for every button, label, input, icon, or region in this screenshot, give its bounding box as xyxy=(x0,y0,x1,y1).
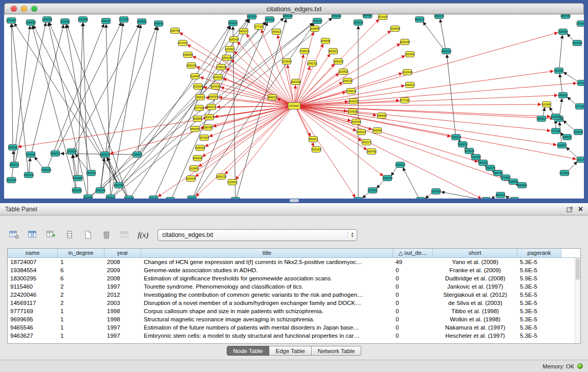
column-header-year[interactable]: year xyxy=(104,249,141,257)
graph-node[interactable]: 14569117 xyxy=(195,95,205,100)
graph-node[interactable]: 18300295 xyxy=(192,156,203,161)
graph-node[interactable]: 17696124 xyxy=(451,135,462,140)
graph-node[interactable]: 19384554 xyxy=(183,52,193,58)
table-row[interactable]: 1938455462009Genome-wide association stu… xyxy=(8,266,580,274)
graph-node[interactable]: 17696124 xyxy=(346,89,357,94)
network-table-selector[interactable]: citations_edges.txt ▴▾ xyxy=(158,229,357,241)
graph-node[interactable]: 14523176 xyxy=(361,140,372,145)
table-row[interactable]: 977716911998Corpus callosum shape and si… xyxy=(8,307,580,315)
citation-network-graph[interactable]: 1872400719384554183002959115460224200461… xyxy=(4,14,584,199)
graph-node[interactable]: 9699695 xyxy=(377,113,386,119)
graph-node[interactable]: 20643901 xyxy=(351,119,362,125)
graph-node[interactable]: 18300295 xyxy=(400,39,410,45)
tab-node-table[interactable]: Node Table xyxy=(227,346,270,356)
graph-node[interactable]: 14523176 xyxy=(100,152,111,158)
column-header-name[interactable]: name xyxy=(8,249,58,257)
column-header-in_degree[interactable]: in_degree xyxy=(58,249,104,257)
graph-node[interactable]: 11678234 xyxy=(347,109,358,115)
table-row[interactable]: 1830029562008Estimation of significance … xyxy=(8,274,580,282)
graph-node[interactable]: 22420046 xyxy=(186,176,197,182)
graph-node[interactable]: 9465546 xyxy=(321,38,330,44)
splitter-handle[interactable] xyxy=(290,199,299,202)
scrollbar-thumb[interactable] xyxy=(576,258,580,280)
graph-node[interactable]: 16251419 xyxy=(333,59,344,64)
graph-node[interactable]: 20643901 xyxy=(471,155,482,160)
graph-node[interactable]: 15492312 xyxy=(458,142,468,147)
close-window-button[interactable] xyxy=(11,6,17,12)
graph-node[interactable]: 10991234 xyxy=(441,49,452,54)
graph-node[interactable]: 11678234 xyxy=(464,148,474,154)
graph-node[interactable]: 14569117 xyxy=(105,195,116,199)
graph-node[interactable]: 15492312 xyxy=(331,14,342,19)
graph-node[interactable]: 14523176 xyxy=(485,165,496,171)
graph-node[interactable]: 9699695 xyxy=(562,135,572,140)
table-row[interactable]: 1456911722003Disruption of a novel membe… xyxy=(8,299,580,307)
graph-node[interactable]: 9777169 xyxy=(254,24,264,30)
graph-node[interactable]: 22420046 xyxy=(95,188,106,193)
graph-node[interactable]: 9115460 xyxy=(405,52,415,57)
graph-node[interactable]: 18300295 xyxy=(572,40,583,46)
graph-node[interactable]: 14569117 xyxy=(271,29,281,35)
graph-node[interactable]: 22420046 xyxy=(193,84,204,90)
graph-node[interactable]: 16897452 xyxy=(114,183,124,188)
graph-node[interactable]: 22420046 xyxy=(551,114,561,120)
window-titlebar[interactable]: citations_edges.txt xyxy=(4,3,584,14)
graph-node[interactable]: 9463627 xyxy=(10,162,19,168)
graph-node[interactable]: 9699695 xyxy=(193,116,202,122)
graph-node[interactable]: 18724007 xyxy=(576,21,584,27)
graph-node[interactable]: 10991234 xyxy=(282,14,293,19)
table-row[interactable]: 946362711997Embryonic stem cells: a mode… xyxy=(8,332,580,340)
graph-node[interactable]: 16897452 xyxy=(170,28,181,34)
edit-columns-icon[interactable] xyxy=(44,228,58,242)
graph-node[interactable]: 18300295 xyxy=(517,183,528,188)
graph-node[interactable]: 16251419 xyxy=(311,147,322,152)
row-height-icon[interactable] xyxy=(62,228,76,242)
graph-node[interactable]: 15492312 xyxy=(50,151,61,157)
graph-node[interactable]: 18724007 xyxy=(178,40,188,46)
graph-node[interactable]: 14569117 xyxy=(536,116,547,122)
graph-node[interactable]: 9115460 xyxy=(60,19,70,25)
graph-node[interactable]: 10991234 xyxy=(382,176,393,181)
graph-node[interactable]: 11678234 xyxy=(281,59,292,64)
graph-node[interactable]: 9115460 xyxy=(554,68,563,74)
graph-node[interactable]: 12034521 xyxy=(265,17,275,23)
graph-node[interactable]: 9463627 xyxy=(228,20,237,26)
graph-node[interactable]: 9115460 xyxy=(189,166,199,171)
graph-node[interactable]: 9846310 xyxy=(357,129,366,135)
float-panel-icon[interactable] xyxy=(567,206,573,212)
graph-node[interactable]: 16897452 xyxy=(560,14,571,19)
minimize-window-button[interactable] xyxy=(21,6,27,12)
graph-hub-node[interactable]: 18724007 xyxy=(288,103,300,110)
graph-node[interactable]: 16251419 xyxy=(229,37,239,42)
graph-node[interactable]: 9777169 xyxy=(575,104,584,110)
graph-node[interactable]: 9777169 xyxy=(194,105,204,111)
graph-node[interactable]: 12034521 xyxy=(559,170,570,176)
graph-node[interactable]: 22420046 xyxy=(402,70,413,75)
graph-node[interactable]: 15492312 xyxy=(349,99,359,104)
graph-node[interactable]: 22420046 xyxy=(78,17,89,23)
table-row[interactable]: 2242004622012Investigating the contribut… xyxy=(8,291,580,299)
graph-node[interactable]: 9846310 xyxy=(496,192,505,198)
graph-node[interactable]: 9463627 xyxy=(239,29,248,34)
tab-edge-table[interactable]: Edge Table xyxy=(269,346,311,356)
graph-node[interactable]: 9463627 xyxy=(309,137,318,142)
graph-node[interactable]: 9777169 xyxy=(149,196,158,199)
graph-node[interactable]: 18724007 xyxy=(199,135,210,141)
network-canvas[interactable]: 1872400719384554183002959115460224200461… xyxy=(4,14,584,199)
graph-node[interactable]: 14523176 xyxy=(204,115,215,120)
graph-node[interactable]: 17696124 xyxy=(312,18,323,24)
graph-node[interactable]: 16897452 xyxy=(203,125,213,130)
graph-node[interactable]: 12034521 xyxy=(225,47,235,52)
column-header-short[interactable]: short xyxy=(433,249,517,257)
graph-node[interactable]: 9846310 xyxy=(415,17,424,23)
graph-node[interactable]: 9777169 xyxy=(119,17,128,23)
function-builder-icon[interactable]: f(x) xyxy=(136,228,150,242)
tab-network-table[interactable]: Network Table xyxy=(312,346,362,356)
column-settings-icon[interactable] xyxy=(7,228,21,242)
zoom-window-button[interactable] xyxy=(31,6,37,12)
graph-node[interactable]: 9699695 xyxy=(137,19,146,25)
column-header-out_de[interactable]: △ out_de… xyxy=(393,249,433,257)
graph-node[interactable]: 14569117 xyxy=(101,18,111,24)
graph-node[interactable]: 18300295 xyxy=(186,63,197,69)
close-panel-icon[interactable]: × xyxy=(578,206,583,213)
